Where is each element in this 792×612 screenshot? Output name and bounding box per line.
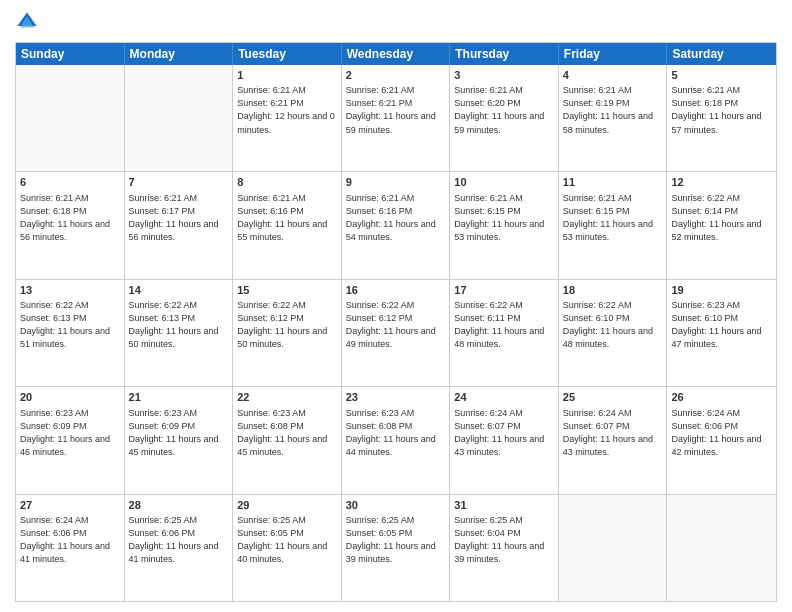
- calendar-cell-1: 1Sunrise: 6:21 AM Sunset: 6:21 PM Daylig…: [233, 65, 342, 171]
- day-number: 29: [237, 498, 337, 513]
- cell-info: Sunrise: 6:21 AM Sunset: 6:20 PM Dayligh…: [454, 84, 554, 136]
- day-number: 17: [454, 283, 554, 298]
- cell-info: Sunrise: 6:25 AM Sunset: 6:05 PM Dayligh…: [237, 514, 337, 566]
- cell-info: Sunrise: 6:24 AM Sunset: 6:07 PM Dayligh…: [454, 407, 554, 459]
- calendar-week-3: 20Sunrise: 6:23 AM Sunset: 6:09 PM Dayli…: [16, 387, 776, 494]
- calendar-cell-empty: [559, 495, 668, 601]
- calendar-cell-23: 23Sunrise: 6:23 AM Sunset: 6:08 PM Dayli…: [342, 387, 451, 493]
- day-number: 27: [20, 498, 120, 513]
- calendar-cell-6: 6Sunrise: 6:21 AM Sunset: 6:18 PM Daylig…: [16, 172, 125, 278]
- calendar-cell-26: 26Sunrise: 6:24 AM Sunset: 6:06 PM Dayli…: [667, 387, 776, 493]
- cell-info: Sunrise: 6:23 AM Sunset: 6:10 PM Dayligh…: [671, 299, 772, 351]
- cell-info: Sunrise: 6:24 AM Sunset: 6:06 PM Dayligh…: [20, 514, 120, 566]
- calendar-cell-16: 16Sunrise: 6:22 AM Sunset: 6:12 PM Dayli…: [342, 280, 451, 386]
- logo: [15, 10, 43, 34]
- calendar-cell-empty: [125, 65, 234, 171]
- calendar-header-friday: Friday: [559, 43, 668, 65]
- calendar-header-row: SundayMondayTuesdayWednesdayThursdayFrid…: [16, 43, 776, 65]
- day-number: 31: [454, 498, 554, 513]
- day-number: 9: [346, 175, 446, 190]
- day-number: 18: [563, 283, 663, 298]
- cell-info: Sunrise: 6:22 AM Sunset: 6:13 PM Dayligh…: [129, 299, 229, 351]
- cell-info: Sunrise: 6:21 AM Sunset: 6:21 PM Dayligh…: [346, 84, 446, 136]
- calendar-cell-22: 22Sunrise: 6:23 AM Sunset: 6:08 PM Dayli…: [233, 387, 342, 493]
- day-number: 3: [454, 68, 554, 83]
- calendar-cell-9: 9Sunrise: 6:21 AM Sunset: 6:16 PM Daylig…: [342, 172, 451, 278]
- day-number: 21: [129, 390, 229, 405]
- day-number: 8: [237, 175, 337, 190]
- cell-info: Sunrise: 6:24 AM Sunset: 6:07 PM Dayligh…: [563, 407, 663, 459]
- day-number: 15: [237, 283, 337, 298]
- cell-info: Sunrise: 6:23 AM Sunset: 6:09 PM Dayligh…: [129, 407, 229, 459]
- day-number: 26: [671, 390, 772, 405]
- day-number: 23: [346, 390, 446, 405]
- day-number: 22: [237, 390, 337, 405]
- day-number: 2: [346, 68, 446, 83]
- day-number: 25: [563, 390, 663, 405]
- day-number: 30: [346, 498, 446, 513]
- day-number: 1: [237, 68, 337, 83]
- calendar-cell-10: 10Sunrise: 6:21 AM Sunset: 6:15 PM Dayli…: [450, 172, 559, 278]
- calendar-week-1: 6Sunrise: 6:21 AM Sunset: 6:18 PM Daylig…: [16, 172, 776, 279]
- cell-info: Sunrise: 6:21 AM Sunset: 6:19 PM Dayligh…: [563, 84, 663, 136]
- cell-info: Sunrise: 6:23 AM Sunset: 6:09 PM Dayligh…: [20, 407, 120, 459]
- cell-info: Sunrise: 6:25 AM Sunset: 6:05 PM Dayligh…: [346, 514, 446, 566]
- day-number: 19: [671, 283, 772, 298]
- day-number: 14: [129, 283, 229, 298]
- cell-info: Sunrise: 6:21 AM Sunset: 6:17 PM Dayligh…: [129, 192, 229, 244]
- calendar-cell-2: 2Sunrise: 6:21 AM Sunset: 6:21 PM Daylig…: [342, 65, 451, 171]
- day-number: 13: [20, 283, 120, 298]
- cell-info: Sunrise: 6:21 AM Sunset: 6:15 PM Dayligh…: [454, 192, 554, 244]
- day-number: 24: [454, 390, 554, 405]
- day-number: 10: [454, 175, 554, 190]
- calendar-cell-4: 4Sunrise: 6:21 AM Sunset: 6:19 PM Daylig…: [559, 65, 668, 171]
- calendar-cell-15: 15Sunrise: 6:22 AM Sunset: 6:12 PM Dayli…: [233, 280, 342, 386]
- calendar-cell-7: 7Sunrise: 6:21 AM Sunset: 6:17 PM Daylig…: [125, 172, 234, 278]
- calendar-cell-11: 11Sunrise: 6:21 AM Sunset: 6:15 PM Dayli…: [559, 172, 668, 278]
- day-number: 11: [563, 175, 663, 190]
- calendar-header-monday: Monday: [125, 43, 234, 65]
- cell-info: Sunrise: 6:22 AM Sunset: 6:10 PM Dayligh…: [563, 299, 663, 351]
- cell-info: Sunrise: 6:22 AM Sunset: 6:11 PM Dayligh…: [454, 299, 554, 351]
- day-number: 28: [129, 498, 229, 513]
- cell-info: Sunrise: 6:22 AM Sunset: 6:14 PM Dayligh…: [671, 192, 772, 244]
- calendar-header-saturday: Saturday: [667, 43, 776, 65]
- cell-info: Sunrise: 6:21 AM Sunset: 6:18 PM Dayligh…: [671, 84, 772, 136]
- calendar-cell-19: 19Sunrise: 6:23 AM Sunset: 6:10 PM Dayli…: [667, 280, 776, 386]
- calendar-cell-28: 28Sunrise: 6:25 AM Sunset: 6:06 PM Dayli…: [125, 495, 234, 601]
- calendar-cell-17: 17Sunrise: 6:22 AM Sunset: 6:11 PM Dayli…: [450, 280, 559, 386]
- page: SundayMondayTuesdayWednesdayThursdayFrid…: [0, 0, 792, 612]
- calendar-cell-3: 3Sunrise: 6:21 AM Sunset: 6:20 PM Daylig…: [450, 65, 559, 171]
- header: [15, 10, 777, 34]
- calendar-cell-empty: [667, 495, 776, 601]
- cell-info: Sunrise: 6:23 AM Sunset: 6:08 PM Dayligh…: [237, 407, 337, 459]
- cell-info: Sunrise: 6:24 AM Sunset: 6:06 PM Dayligh…: [671, 407, 772, 459]
- calendar-cell-empty: [16, 65, 125, 171]
- calendar-week-2: 13Sunrise: 6:22 AM Sunset: 6:13 PM Dayli…: [16, 280, 776, 387]
- calendar-week-0: 1Sunrise: 6:21 AM Sunset: 6:21 PM Daylig…: [16, 65, 776, 172]
- calendar-header-wednesday: Wednesday: [342, 43, 451, 65]
- cell-info: Sunrise: 6:22 AM Sunset: 6:13 PM Dayligh…: [20, 299, 120, 351]
- logo-icon: [15, 10, 39, 34]
- calendar-cell-25: 25Sunrise: 6:24 AM Sunset: 6:07 PM Dayli…: [559, 387, 668, 493]
- day-number: 6: [20, 175, 120, 190]
- day-number: 7: [129, 175, 229, 190]
- calendar-cell-14: 14Sunrise: 6:22 AM Sunset: 6:13 PM Dayli…: [125, 280, 234, 386]
- cell-info: Sunrise: 6:21 AM Sunset: 6:15 PM Dayligh…: [563, 192, 663, 244]
- calendar-week-4: 27Sunrise: 6:24 AM Sunset: 6:06 PM Dayli…: [16, 495, 776, 601]
- cell-info: Sunrise: 6:21 AM Sunset: 6:21 PM Dayligh…: [237, 84, 337, 136]
- calendar-cell-29: 29Sunrise: 6:25 AM Sunset: 6:05 PM Dayli…: [233, 495, 342, 601]
- cell-info: Sunrise: 6:25 AM Sunset: 6:04 PM Dayligh…: [454, 514, 554, 566]
- calendar-cell-30: 30Sunrise: 6:25 AM Sunset: 6:05 PM Dayli…: [342, 495, 451, 601]
- calendar-cell-5: 5Sunrise: 6:21 AM Sunset: 6:18 PM Daylig…: [667, 65, 776, 171]
- calendar-cell-12: 12Sunrise: 6:22 AM Sunset: 6:14 PM Dayli…: [667, 172, 776, 278]
- calendar-cell-8: 8Sunrise: 6:21 AM Sunset: 6:16 PM Daylig…: [233, 172, 342, 278]
- cell-info: Sunrise: 6:21 AM Sunset: 6:16 PM Dayligh…: [346, 192, 446, 244]
- cell-info: Sunrise: 6:21 AM Sunset: 6:16 PM Dayligh…: [237, 192, 337, 244]
- calendar-header-tuesday: Tuesday: [233, 43, 342, 65]
- day-number: 4: [563, 68, 663, 83]
- calendar-header-sunday: Sunday: [16, 43, 125, 65]
- day-number: 16: [346, 283, 446, 298]
- cell-info: Sunrise: 6:25 AM Sunset: 6:06 PM Dayligh…: [129, 514, 229, 566]
- cell-info: Sunrise: 6:22 AM Sunset: 6:12 PM Dayligh…: [346, 299, 446, 351]
